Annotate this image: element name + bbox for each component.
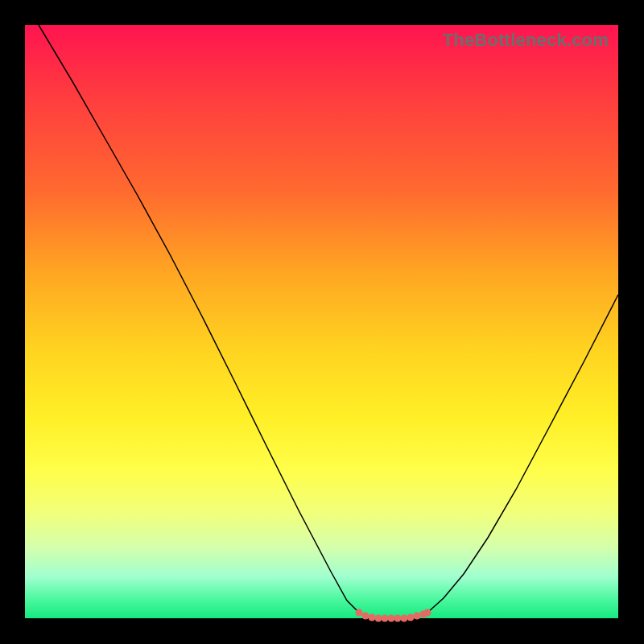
plot-area: TheBottleneck.com — [25, 25, 618, 618]
chart-frame: TheBottleneck.com — [0, 0, 644, 644]
bottom-dot — [401, 615, 408, 622]
bottom-dot — [414, 613, 421, 620]
bottom-dot — [388, 615, 395, 622]
bottom-dot — [369, 614, 376, 621]
bottom-dot — [362, 613, 369, 620]
bottom-dot — [407, 614, 415, 621]
bottom-dot — [394, 615, 402, 622]
bottom-dot — [356, 609, 363, 617]
curve-right — [427, 295, 618, 613]
bottom-dot — [375, 615, 382, 622]
bottom-dot — [424, 609, 431, 617]
bottom-dot-cluster — [356, 609, 431, 622]
chart-svg — [25, 25, 618, 618]
bottom-dot — [382, 615, 389, 622]
curve-left — [39, 25, 359, 613]
